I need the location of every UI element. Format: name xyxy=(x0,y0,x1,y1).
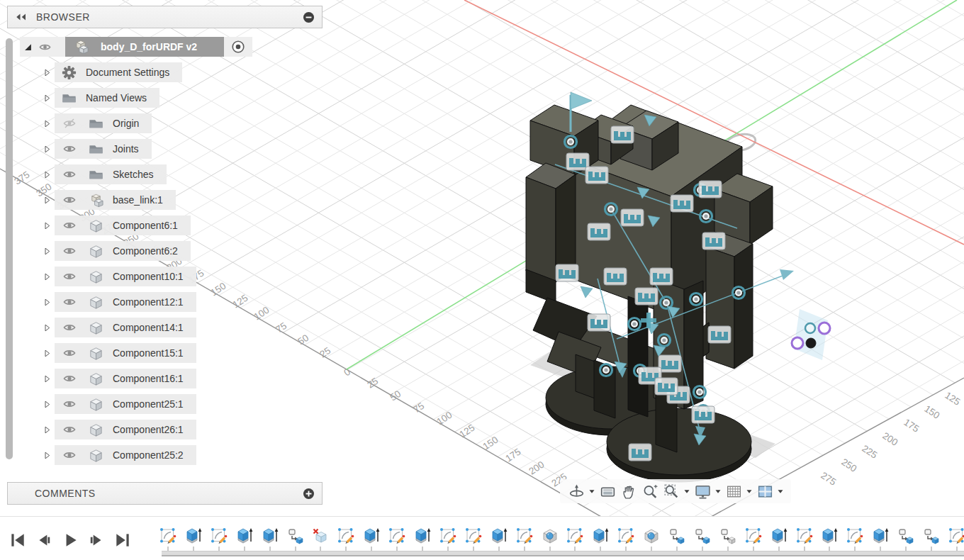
expand-arrow-icon[interactable] xyxy=(39,267,55,286)
tool-pan[interactable] xyxy=(618,481,639,502)
timeline-feature-extrude[interactable] xyxy=(820,527,839,545)
dropdown-caret-icon[interactable] xyxy=(775,481,785,502)
expand-arrow-icon[interactable] xyxy=(39,215,55,235)
joint-badge-icon[interactable] xyxy=(692,406,714,423)
joint-badge-icon[interactable] xyxy=(650,268,673,285)
joint-badge-icon[interactable] xyxy=(671,195,693,212)
timeline-feature-hole[interactable] xyxy=(541,527,559,545)
expand-arrow-icon[interactable] xyxy=(39,369,55,388)
eye-hidden-icon[interactable] xyxy=(60,117,79,130)
eye-visible-icon[interactable] xyxy=(60,296,79,308)
timeline-feature-sketch[interactable] xyxy=(795,527,814,545)
timeline-feature-sketch[interactable] xyxy=(464,527,483,545)
dropdown-caret-icon[interactable] xyxy=(713,481,723,502)
joint-badge-icon[interactable] xyxy=(699,181,722,198)
timeline-feature-hole[interactable] xyxy=(642,527,661,545)
joint-badge-icon[interactable] xyxy=(604,268,627,285)
timeline-feature-component[interactable] xyxy=(922,527,941,545)
eye-visible-icon[interactable] xyxy=(60,194,79,206)
timeline-ruler[interactable] xyxy=(162,551,964,556)
timeline-feature-sketch[interactable] xyxy=(948,527,964,545)
browser-item-component15-1[interactable]: Component15:1 xyxy=(39,343,196,363)
expand-arrow-icon[interactable] xyxy=(39,139,55,159)
joint-badge-icon[interactable] xyxy=(588,314,610,331)
eye-visible-icon[interactable] xyxy=(60,423,79,436)
timeline-feature-sketch[interactable] xyxy=(337,527,355,545)
expand-arrow-icon[interactable] xyxy=(39,164,55,184)
joint-badge-icon[interactable] xyxy=(556,264,578,281)
browser-item-component6-1[interactable]: Component6:1 xyxy=(39,215,191,235)
comments-panel-header[interactable]: COMMENTS xyxy=(7,482,323,505)
origin-point-black[interactable] xyxy=(806,338,816,348)
eye-visible-icon[interactable] xyxy=(60,449,79,461)
browser-item-joints[interactable]: Joints xyxy=(39,139,152,159)
tool-window-zoom[interactable] xyxy=(661,481,682,502)
joint-badge-icon[interactable] xyxy=(621,209,644,226)
expand-arrow-icon[interactable] xyxy=(39,343,55,363)
dropdown-caret-icon[interactable] xyxy=(682,481,692,502)
origin-point-purple[interactable] xyxy=(819,323,830,334)
origin-point-purple[interactable] xyxy=(792,337,803,349)
timeline-feature-delete[interactable] xyxy=(311,527,330,545)
tool-display-settings[interactable] xyxy=(692,481,713,502)
dropdown-caret-icon[interactable] xyxy=(744,481,754,502)
eye-visible-icon[interactable] xyxy=(60,219,79,232)
browser-item-sketches[interactable]: Sketches xyxy=(39,164,167,184)
joint-badge-icon[interactable] xyxy=(658,355,681,372)
collapse-panel-icon[interactable] xyxy=(13,9,29,25)
timeline-feature-sketch[interactable] xyxy=(515,527,534,545)
eye-visible-icon[interactable] xyxy=(60,398,79,410)
timeline-feature-component[interactable] xyxy=(693,527,712,545)
activate-component-radio[interactable] xyxy=(224,39,252,55)
timeline-feature-sketch[interactable] xyxy=(210,527,228,545)
browser-item-component12-1[interactable]: Component12:1 xyxy=(39,292,196,312)
expand-arrow-icon[interactable] xyxy=(39,420,55,439)
tool-zoom[interactable] xyxy=(639,481,661,502)
browser-panel-header[interactable]: BROWSER xyxy=(7,6,323,28)
browser-item-component10-1[interactable]: Component10:1 xyxy=(39,267,196,286)
joint-badge-icon[interactable] xyxy=(611,126,634,143)
timeline-feature-sketch[interactable] xyxy=(566,527,584,545)
expand-arrow-icon[interactable] xyxy=(39,88,55,108)
timeline-feature-sketch[interactable] xyxy=(388,527,406,545)
browser-item-component25-1[interactable]: Component25:1 xyxy=(39,394,196,414)
timeline-feature-sketch[interactable] xyxy=(744,527,763,545)
timeline-feature-extrude[interactable] xyxy=(235,527,254,545)
origin-point-teal[interactable] xyxy=(805,323,815,333)
timeline-feature-extrude[interactable] xyxy=(591,527,610,545)
expand-arrow-icon[interactable] xyxy=(39,241,55,261)
expand-arrow-icon[interactable] xyxy=(39,445,55,465)
timeline-feature-sketch[interactable] xyxy=(617,527,635,545)
browser-item-document-settings[interactable]: Document Settings xyxy=(39,62,182,82)
eye-visible-icon[interactable] xyxy=(60,347,79,359)
joint-badge-icon[interactable] xyxy=(585,167,608,184)
expand-arrow-icon[interactable] xyxy=(39,113,55,133)
expand-arrow-icon[interactable] xyxy=(39,62,55,82)
timeline-feature-extrude[interactable] xyxy=(261,527,279,545)
eye-visible-icon[interactable] xyxy=(60,321,79,334)
tool-viewports[interactable] xyxy=(754,481,775,502)
timeline-feature-sketch[interactable] xyxy=(439,527,457,545)
dropdown-caret-icon[interactable] xyxy=(587,481,597,502)
timeline-feature-extrude[interactable] xyxy=(770,527,788,545)
joint-badge-icon[interactable] xyxy=(655,378,678,395)
browser-item-origin[interactable]: Origin xyxy=(39,113,152,133)
browser-item-component14-1[interactable]: Component14:1 xyxy=(39,318,196,337)
joint-badge-icon[interactable] xyxy=(708,326,731,343)
timeline-feature-extrude[interactable] xyxy=(413,527,432,545)
root-expand-arrow[interactable] xyxy=(20,37,35,57)
eye-visible-icon[interactable] xyxy=(60,270,79,283)
timeline-feature-component[interactable] xyxy=(897,527,915,545)
timeline-feature-extrude[interactable] xyxy=(184,527,203,545)
timeline-feature-component[interactable] xyxy=(668,527,686,545)
browser-scrollbar[interactable] xyxy=(6,38,13,459)
eye-visible-icon[interactable] xyxy=(60,168,79,181)
eye-visible-icon[interactable] xyxy=(60,142,79,155)
joint-badge-icon[interactable] xyxy=(588,223,610,240)
add-comment-icon[interactable] xyxy=(301,486,316,501)
browser-item-named-views[interactable]: Named Views xyxy=(39,88,159,108)
tool-orbit[interactable] xyxy=(566,481,587,502)
eye-visible-icon[interactable] xyxy=(60,372,79,385)
joint-badge-icon[interactable] xyxy=(629,444,651,461)
timeline-feature-extrude[interactable] xyxy=(871,527,890,545)
